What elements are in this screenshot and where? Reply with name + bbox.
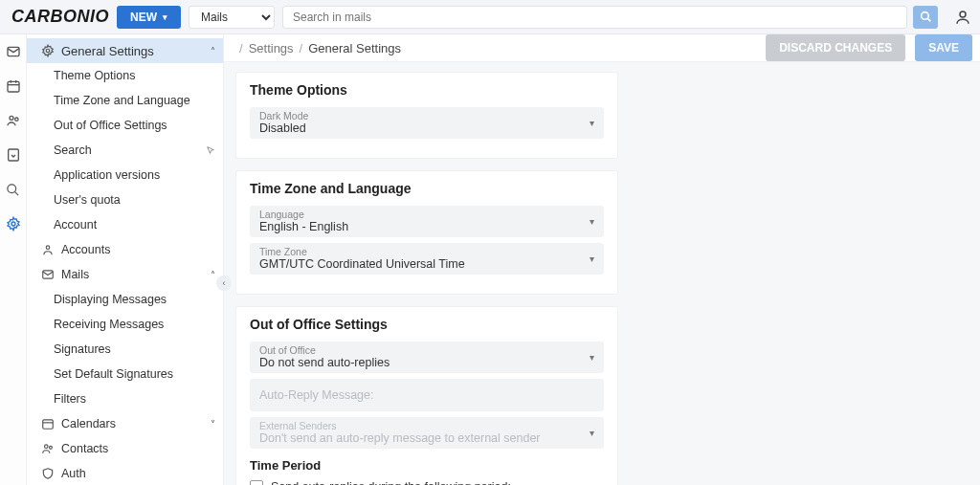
sidebar-receiving-messages[interactable]: Receiving Messages xyxy=(27,312,223,337)
rail-settings[interactable] xyxy=(0,210,27,237)
sidebar-account[interactable]: Account xyxy=(27,212,223,237)
breadcrumb-leaf: General Settings xyxy=(308,41,401,55)
calendar-icon xyxy=(6,78,21,94)
svg-point-14 xyxy=(46,49,50,53)
sidebar-item-label: Set Default Signatures xyxy=(54,367,173,381)
theme-options-card: Theme Options Dark Mode Disabled ▾ xyxy=(235,72,618,159)
section-title: Out of Office Settings xyxy=(250,317,604,332)
cursor-icon xyxy=(206,145,215,155)
search-scope-select[interactable]: Mails xyxy=(189,6,275,29)
sidebar-search[interactable]: Search xyxy=(27,138,223,163)
svg-point-15 xyxy=(46,246,50,250)
rail-contacts[interactable] xyxy=(0,107,27,134)
sidebar-app-versions[interactable]: Application versions xyxy=(27,163,223,187)
save-button[interactable]: SAVE xyxy=(915,34,972,61)
sidebar-contacts[interactable]: Contacts xyxy=(27,436,223,461)
field-value: English - English xyxy=(259,220,348,233)
sidebar-user-quota[interactable]: User's quota xyxy=(27,187,223,212)
gear-icon xyxy=(40,44,56,57)
search-button[interactable] xyxy=(913,6,938,29)
breadcrumb-root[interactable]: Settings xyxy=(249,41,294,55)
shield-icon xyxy=(40,467,56,480)
field-label: External Senders xyxy=(259,420,337,431)
sidebar-displaying-messages[interactable]: Displaying Messages xyxy=(27,287,223,312)
sidebar-accounts[interactable]: Accounts xyxy=(27,237,223,262)
discard-button[interactable]: DISCARD CHANGES xyxy=(766,34,905,61)
dark-mode-select[interactable]: Dark Mode Disabled ▾ xyxy=(250,107,604,139)
chevron-up-icon: ˄ xyxy=(211,46,215,56)
sidebar-default-signatures[interactable]: Set Default Signatures xyxy=(27,362,223,386)
subsection-title: Time Period xyxy=(250,458,604,473)
sidebar-item-label: General Settings xyxy=(61,44,154,58)
svg-line-1 xyxy=(927,18,930,21)
app-logo: CARBONIO xyxy=(11,7,109,27)
sidebar-timezone-language[interactable]: Time Zone and Language xyxy=(27,88,223,113)
svg-point-0 xyxy=(921,12,928,20)
sidebar-item-label: User's quota xyxy=(54,193,121,207)
sidebar-item-label: Calendars xyxy=(61,417,116,430)
auto-reply-message-box[interactable]: Auto-Reply Message: xyxy=(250,379,604,411)
sidebar-out-of-office[interactable]: Out of Office Settings xyxy=(27,113,223,138)
chevron-down-icon: ▾ xyxy=(590,254,594,264)
field-label: Language xyxy=(259,209,304,220)
timezone-select[interactable]: Time Zone GMT/UTC Coordinated Universal … xyxy=(250,243,604,275)
sidebar-calendars[interactable]: Calendars ˅ xyxy=(27,411,223,436)
sidebar-item-label: Accounts xyxy=(61,243,110,256)
send-during-period-row[interactable]: Send auto-replies during the following p… xyxy=(250,480,604,485)
gear-icon xyxy=(6,216,21,231)
sidebar-general-settings[interactable]: General Settings ˄ xyxy=(27,38,223,63)
sidebar-item-label: Receiving Messages xyxy=(54,318,164,331)
calendar-icon xyxy=(40,417,56,430)
timezone-language-card: Time Zone and Language Language English … xyxy=(235,170,618,295)
section-title: Theme Options xyxy=(250,82,604,98)
chevron-left-icon: ‹ xyxy=(223,278,226,288)
search-input[interactable] xyxy=(282,6,907,29)
chevron-down-icon: ▾ xyxy=(590,428,594,438)
sidebar-item-label: Mails xyxy=(61,268,89,281)
sidebar-item-label: Contacts xyxy=(61,442,108,455)
checkbox[interactable] xyxy=(250,480,263,485)
svg-point-19 xyxy=(45,445,49,449)
field-label: Out of Office xyxy=(259,344,316,356)
svg-point-13 xyxy=(11,222,15,226)
language-select[interactable]: Language English - English ▾ xyxy=(250,206,604,237)
rail-mail[interactable] xyxy=(0,38,27,65)
external-senders-select[interactable]: External Senders Don't send an auto-repl… xyxy=(250,417,604,449)
svg-rect-10 xyxy=(8,149,18,161)
sidebar-item-label: Out of Office Settings xyxy=(54,119,167,132)
sidebar-signatures[interactable]: Signatures xyxy=(27,337,223,362)
sidebar-auth[interactable]: Auth xyxy=(27,461,223,485)
new-button[interactable]: NEW ▾ xyxy=(117,6,181,29)
chevron-down-icon: ▾ xyxy=(163,12,167,22)
sidebar-theme-options[interactable]: Theme Options xyxy=(27,63,223,88)
sidebar-item-label: Filters xyxy=(54,392,86,406)
mail-icon xyxy=(6,44,21,59)
mail-icon xyxy=(40,268,56,281)
sidebar-collapse-handle[interactable]: ‹ xyxy=(216,276,232,291)
svg-point-9 xyxy=(14,118,17,121)
sidebar-item-label: Displaying Messages xyxy=(54,293,167,306)
rail-calendar[interactable] xyxy=(0,73,27,99)
person-icon xyxy=(40,243,56,256)
chevron-up-icon: ˄ xyxy=(211,270,215,280)
sidebar-item-label: Theme Options xyxy=(54,69,135,82)
svg-point-8 xyxy=(10,116,13,120)
rail-files[interactable] xyxy=(0,142,27,168)
rail-search[interactable] xyxy=(0,176,27,203)
search-icon xyxy=(920,11,932,23)
section-title: Time Zone and Language xyxy=(250,181,604,196)
person-icon xyxy=(954,9,971,26)
search-icon xyxy=(6,183,20,197)
field-value: Don't send an auto-reply message to exte… xyxy=(259,431,541,445)
people-icon xyxy=(40,442,56,455)
people-icon xyxy=(6,113,21,128)
field-value: Disabled xyxy=(259,121,306,135)
chevron-down-icon: ▾ xyxy=(590,216,594,227)
account-avatar[interactable] xyxy=(953,8,972,27)
out-of-office-select[interactable]: Out of Office Do not send auto-replies ▾ xyxy=(250,342,604,373)
svg-rect-17 xyxy=(43,420,54,429)
sidebar-item-label: Time Zone and Language xyxy=(54,94,190,107)
sidebar-mails[interactable]: Mails ˄ xyxy=(27,262,223,287)
sidebar-filters[interactable]: Filters xyxy=(27,386,223,411)
new-button-label: NEW xyxy=(130,11,157,24)
